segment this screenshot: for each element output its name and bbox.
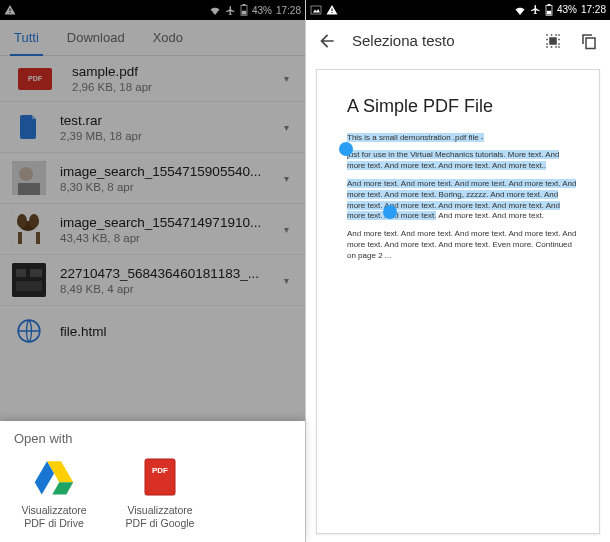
file-info: image_search_1554715905540... 8,30 KB, 8… — [60, 164, 278, 193]
pdf-viewer-pane: 43% 17:28 Seleziona testo A Simple PDF F… — [305, 0, 610, 542]
file-name: sample.pdf — [72, 64, 278, 79]
wifi-icon — [209, 5, 221, 15]
svg-rect-10 — [18, 232, 22, 244]
file-info: file.html — [60, 324, 295, 339]
svg-rect-12 — [12, 263, 46, 297]
toolbar-title: Seleziona testo — [352, 32, 528, 49]
svg-rect-2 — [242, 11, 247, 15]
svg-rect-1 — [242, 4, 245, 6]
pdf-paragraph: And more text. And more text. And more t… — [347, 229, 577, 261]
open-with-sheet: Open with Visualizzatore PDF di Drive PD… — [0, 421, 305, 542]
file-row[interactable]: test.rar 2,39 MB, 18 apr ▾ — [0, 102, 305, 153]
app-chooser-row: Visualizzatore PDF di Drive PDF Visualiz… — [14, 456, 291, 530]
battery-icon — [240, 4, 248, 16]
file-row[interactable]: file.html — [0, 306, 305, 356]
svg-rect-29 — [586, 38, 595, 49]
app-drive-pdf-viewer[interactable]: Visualizzatore PDF di Drive — [14, 456, 94, 530]
file-name: 22710473_568436460181183_... — [60, 266, 278, 281]
image-thumbnail — [12, 212, 46, 246]
tab-download[interactable]: Download — [53, 20, 139, 56]
chevron-down-icon[interactable]: ▾ — [278, 218, 295, 241]
file-name: image_search_1554714971910... — [60, 215, 278, 230]
file-row[interactable]: image_search_1554715905540... 8,30 KB, 8… — [0, 153, 305, 204]
file-meta: 2,96 KB, 18 apr — [72, 81, 278, 93]
copy-icon[interactable] — [578, 30, 600, 52]
svg-rect-26 — [547, 4, 550, 6]
html-icon — [12, 314, 46, 348]
svg-point-8 — [17, 214, 27, 228]
battery-percent: 43% — [252, 5, 272, 16]
svg-rect-5 — [18, 183, 40, 195]
file-meta: 8,30 KB, 8 apr — [60, 181, 278, 193]
file-row[interactable]: PDF sample.pdf 2,96 KB, 18 apr ▾ — [0, 56, 305, 102]
sheet-title: Open with — [14, 431, 291, 446]
pdf-paragraph: And more text. And more text. And more t… — [347, 179, 577, 222]
pdf-paragraph: just for use in the Virtual Mechanics tu… — [347, 150, 577, 172]
file-name: test.rar — [60, 113, 278, 128]
pdf-title: A Simple PDF File — [347, 94, 577, 118]
svg-marker-18 — [52, 482, 73, 494]
svg-rect-14 — [30, 269, 42, 277]
app-google-pdf-viewer[interactable]: PDF Visualizzatore PDF di Google — [120, 456, 200, 530]
tab-bar: Tutti Download Xodo — [0, 20, 305, 56]
warning-icon — [4, 4, 16, 16]
image-icon — [310, 4, 322, 16]
tab-tutti[interactable]: Tutti — [0, 20, 53, 56]
file-meta: 8,49 KB, 4 apr — [60, 283, 278, 295]
pdf-page[interactable]: A Simple PDF File This is a small demons… — [316, 69, 600, 534]
image-thumbnail — [12, 161, 46, 195]
wifi-icon — [514, 5, 526, 15]
svg-text:PDF: PDF — [152, 466, 168, 475]
chevron-down-icon[interactable]: ▾ — [278, 116, 295, 139]
tab-xodo[interactable]: Xodo — [139, 20, 197, 56]
battery-percent: 43% — [557, 4, 577, 15]
svg-point-9 — [29, 214, 39, 228]
select-all-icon[interactable] — [542, 30, 564, 52]
image-thumbnail — [12, 263, 46, 297]
status-time: 17:28 — [276, 5, 301, 16]
file-info: 22710473_568436460181183_... 8,49 KB, 4 … — [60, 266, 278, 295]
svg-marker-24 — [313, 9, 320, 13]
airplane-icon — [225, 5, 236, 16]
status-time: 17:28 — [581, 4, 606, 15]
pdf-app-icon: PDF — [139, 456, 181, 498]
file-meta: 2,39 MB, 18 apr — [60, 130, 278, 142]
status-bar-left: 43% 17:28 — [0, 0, 305, 20]
warning-icon — [326, 4, 338, 16]
svg-rect-13 — [16, 269, 26, 277]
status-bar-right: 43% 17:28 — [306, 0, 610, 20]
svg-rect-11 — [36, 232, 40, 244]
airplane-icon — [530, 4, 541, 15]
battery-icon — [545, 4, 553, 16]
file-info: sample.pdf 2,96 KB, 18 apr — [72, 64, 278, 93]
svg-rect-20 — [145, 459, 175, 495]
svg-rect-15 — [16, 281, 42, 291]
back-arrow-icon[interactable] — [316, 30, 338, 52]
file-info: image_search_1554714971910... 43,43 KB, … — [60, 215, 278, 244]
pdf-paragraph: This is a small demonstration .pdf file … — [347, 133, 577, 144]
app-label: Visualizzatore PDF di Google — [120, 504, 200, 530]
chevron-down-icon[interactable]: ▾ — [278, 67, 295, 90]
file-row[interactable]: 22710473_568436460181183_... 8,49 KB, 4 … — [0, 255, 305, 306]
svg-rect-23 — [311, 6, 321, 14]
drive-icon — [33, 456, 75, 498]
file-meta: 43,43 KB, 8 apr — [60, 232, 278, 244]
chevron-down-icon[interactable]: ▾ — [278, 269, 295, 292]
file-info: test.rar 2,39 MB, 18 apr — [60, 113, 278, 142]
file-browser-pane: 43% 17:28 Tutti Download Xodo PDF sample… — [0, 0, 305, 542]
svg-point-4 — [19, 167, 33, 181]
chevron-down-icon[interactable]: ▾ — [278, 167, 295, 190]
file-row[interactable]: image_search_1554714971910... 43,43 KB, … — [0, 204, 305, 255]
file-name: file.html — [60, 324, 295, 339]
svg-rect-28 — [549, 37, 557, 45]
selection-toolbar: Seleziona testo — [306, 20, 610, 61]
archive-icon — [12, 110, 46, 144]
app-label: Visualizzatore PDF di Drive — [14, 504, 94, 530]
pdf-icon: PDF — [18, 68, 52, 90]
svg-rect-27 — [547, 11, 552, 15]
file-name: image_search_1554715905540... — [60, 164, 278, 179]
